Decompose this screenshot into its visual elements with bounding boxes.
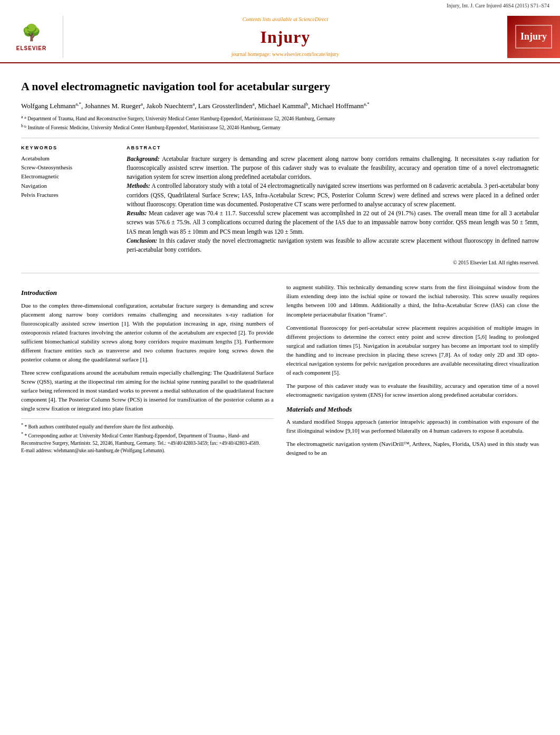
right-para-3: The purpose of this cadaver study was to…: [286, 381, 539, 399]
affiliation-b: b ᵇ Institute of Forensic Medicine, Univ…: [21, 123, 539, 131]
conclusion-text: In this cadaver study the novel electrom…: [127, 237, 539, 253]
keyword-4: Navigation: [21, 182, 116, 190]
keyword-3: Electromagnetic: [21, 173, 116, 180]
journal-title: Injury: [67, 25, 503, 49]
footnote-2: * * Corresponding author at: University …: [21, 431, 274, 447]
conclusion-heading: Conclusion:: [127, 237, 157, 244]
left-body-column: Introduction Due to the complex three-di…: [21, 283, 274, 462]
intro-para-1: Due to the complex three-dimensional con…: [21, 301, 274, 364]
methods-heading: Methods:: [127, 183, 150, 189]
materials-heading: Materials and Methods: [286, 405, 539, 414]
keyword-2: Screw-Osteosynthesis: [21, 164, 116, 171]
right-intro-continuation: to augment stability. This technically d…: [286, 283, 539, 399]
background-text: Acetabular fracture surgery is demanding…: [127, 156, 539, 180]
main-content: A novel electromagnetic navigation tool …: [0, 63, 560, 473]
background-heading: Background:: [127, 156, 160, 162]
abstract-column: ABSTRACT Background: Acetabular fracture…: [127, 145, 539, 266]
keywords-abstract-section: KEYWORDS Acetabulum Screw-Osteosynthesis…: [21, 145, 539, 266]
methods-text: A controlled laboratory study with a tot…: [127, 183, 539, 207]
journal-image: Injury: [507, 16, 560, 58]
intro-para-2: Three screw configurations around the ac…: [21, 368, 274, 413]
article-title: A novel electromagnetic navigation tool …: [21, 79, 539, 94]
footnote-email: E-mail address: wlehmann@uke.uni-hamburg…: [21, 447, 274, 454]
footnotes-section: * * Both authors contributed equally and…: [21, 418, 274, 454]
elsevier-label: ELSEVIER: [16, 45, 46, 52]
journal-homepage: journal homepage: www.elsevier.com/locat…: [67, 51, 503, 58]
affiliations: a ᵃ Department of Trauma, Hand and Recon…: [21, 114, 539, 131]
keywords-label: KEYWORDS: [21, 145, 116, 151]
footnote-1: * * Both authors contributed equally and…: [21, 422, 274, 431]
materials-para-1: A standard modified Stoppa approach (ant…: [286, 417, 539, 435]
abstract-text: Background: Acetabular fracture surgery …: [127, 155, 539, 267]
materials-para-2: The electromagnetic navigation system (N…: [286, 440, 539, 457]
journal-banner: 🌳 ELSEVIER Contents lists available at S…: [0, 12, 560, 63]
keyword-5: Pelvis Fractures: [21, 191, 116, 199]
right-para-2: Conventional fluoroscopy for peri-acetab…: [286, 323, 539, 377]
keywords-column: KEYWORDS Acetabulum Screw-Osteosynthesis…: [21, 145, 116, 266]
right-body-column: to augment stability. This technically d…: [286, 283, 539, 462]
authors-line: Wolfgang Lehmanna,*, Johannes M. Ruegera…: [21, 100, 539, 111]
introduction-heading: Introduction: [21, 288, 274, 298]
abstract-methods: Methods: A controlled laboratory study w…: [127, 182, 539, 209]
results-heading: Results:: [127, 210, 147, 216]
abstract-label: ABSTRACT: [127, 145, 539, 151]
results-text: Mean cadaver age was 70.4 ± 11.7. Succes…: [127, 210, 539, 235]
elsevier-logo: 🌳 ELSEVIER: [0, 16, 63, 58]
homepage-text: journal homepage: www.elsevier.com/locat…: [231, 51, 339, 57]
sciencedirect-line: Contents lists available at ScienceDirec…: [67, 16, 503, 23]
keyword-1: Acetabulum: [21, 155, 116, 163]
divider-2: [21, 273, 539, 273]
body-section: Introduction Due to the complex three-di…: [21, 283, 539, 462]
elsevier-tree-icon: 🌳: [16, 22, 46, 44]
copyright-text: © 2015 Elsevier Ltd. All rights reserved…: [127, 259, 539, 266]
abstract-results: Results: Mean cadaver age was 70.4 ± 11.…: [127, 209, 539, 236]
affiliation-a: a ᵃ Department of Trauma, Hand and Recon…: [21, 114, 539, 122]
journal-ref-line: Injury, Int. J. Care Injured 46S4 (2015)…: [0, 0, 560, 12]
abstract-background: Background: Acetabular fracture surgery …: [127, 155, 539, 182]
introduction-text: Due to the complex three-dimensional con…: [21, 301, 274, 414]
right-para-1: to augment stability. This technically d…: [286, 283, 539, 319]
divider-1: [21, 138, 539, 138]
journal-center: Contents lists available at ScienceDirec…: [63, 12, 507, 62]
sciencedirect-name: ScienceDirect: [298, 16, 328, 22]
sciencedirect-prefix: Contents lists available at: [243, 16, 297, 22]
materials-text: A standard modified Stoppa approach (ant…: [286, 417, 539, 457]
journal-ref: Injury, Int. J. Care Injured 46S4 (2015)…: [447, 3, 549, 8]
abstract-conclusion: Conclusion: In this cadaver study the no…: [127, 236, 539, 255]
authors-text: Wolfgang Lehmanna,*, Johannes M. Ruegera…: [21, 102, 370, 110]
journal-image-label: Injury: [515, 25, 552, 49]
